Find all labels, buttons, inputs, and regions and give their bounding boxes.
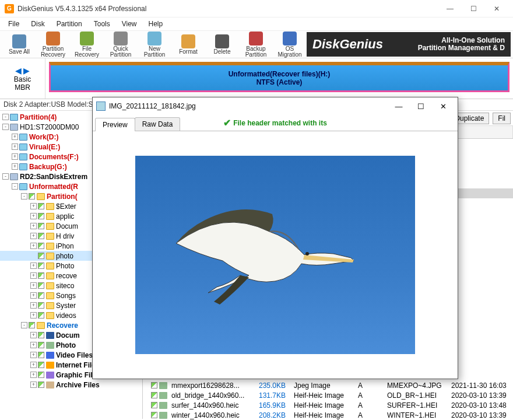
ar-icon xyxy=(46,382,54,388)
file-row[interactable]: surfer_1440x960.heic165.9KBHeif-Heic Ima… xyxy=(143,400,513,410)
tree-label: applic xyxy=(56,212,74,220)
checkbox[interactable] xyxy=(38,203,44,209)
checkbox[interactable] xyxy=(38,213,44,219)
tool-label: New Partition xyxy=(138,46,171,58)
expander-icon[interactable]: + xyxy=(30,292,37,299)
cell-time: 2021-11-30 16:03 xyxy=(449,382,509,390)
expander-icon[interactable]: + xyxy=(30,332,37,338)
checkbox[interactable] xyxy=(151,412,157,418)
checkbox[interactable] xyxy=(38,262,44,269)
expander-icon[interactable]: - xyxy=(2,114,9,120)
expander-icon[interactable]: - xyxy=(21,193,27,200)
expander-icon[interactable]: + xyxy=(30,382,37,388)
checkbox[interactable] xyxy=(38,243,44,249)
expander-icon[interactable]: + xyxy=(30,272,37,279)
checkbox[interactable] xyxy=(38,362,44,368)
checkbox[interactable] xyxy=(38,312,44,318)
menu-disk[interactable]: Disk xyxy=(26,19,49,29)
cell-type: Heif-Heic Image xyxy=(291,391,356,400)
checkbox[interactable] xyxy=(38,382,44,388)
checkbox[interactable] xyxy=(38,223,44,229)
expander-icon[interactable]: + xyxy=(30,282,37,289)
tab-raw-data[interactable]: Raw Data xyxy=(135,117,181,131)
checkbox[interactable] xyxy=(38,302,44,309)
menu-tools[interactable]: Tools xyxy=(89,19,115,29)
checkbox[interactable] xyxy=(38,253,44,259)
tool-partition-recovery[interactable]: Partition Recovery xyxy=(36,31,70,58)
file-row[interactable]: old_bridge_1440x960...131.7KBHeif-Heic I… xyxy=(143,390,513,400)
expander-icon[interactable]: + xyxy=(30,302,37,309)
checkbox[interactable] xyxy=(38,342,44,348)
expander-icon[interactable]: + xyxy=(12,134,18,140)
tool-backup-partition[interactable]: Backup Partition xyxy=(239,31,273,58)
checkbox[interactable] xyxy=(38,352,44,358)
tool-os-migration[interactable]: OS Migration xyxy=(273,31,307,58)
expander-icon[interactable]: + xyxy=(12,153,18,160)
menubar: FileDiskPartitionToolsViewHelp xyxy=(0,18,513,30)
tool-format[interactable]: Format xyxy=(171,31,205,58)
expander-icon[interactable]: + xyxy=(30,312,37,318)
expander-icon[interactable]: + xyxy=(30,372,37,378)
expander-icon[interactable]: + xyxy=(12,144,18,150)
tool-quick-partition[interactable]: Quick Partition xyxy=(104,31,138,58)
expander-icon[interactable]: + xyxy=(30,213,37,219)
expander-icon[interactable]: - xyxy=(2,124,9,130)
expander-icon[interactable]: - xyxy=(12,183,18,190)
checkbox[interactable] xyxy=(38,332,44,338)
expander-icon[interactable]: + xyxy=(30,342,37,348)
checkbox[interactable] xyxy=(29,322,35,328)
menu-partition[interactable]: Partition xyxy=(52,19,87,29)
expander-icon[interactable]: + xyxy=(30,233,37,239)
tree-label: Archive Files xyxy=(56,381,100,389)
file-row[interactable]: winter_1440x960.heic208.2KBHeif-Heic Ima… xyxy=(143,410,513,420)
tree-item[interactable]: +Archive Files xyxy=(0,380,142,390)
expander-icon[interactable]: + xyxy=(30,352,37,358)
toolbar: Save AllPartition RecoveryFile RecoveryQ… xyxy=(0,30,513,58)
minimize-button[interactable]: — xyxy=(438,0,462,18)
tab-preview[interactable]: Preview xyxy=(95,118,135,131)
expander-icon[interactable]: + xyxy=(30,223,37,229)
close-button[interactable]: ✕ xyxy=(485,0,508,18)
tool-new-partition[interactable]: New Partition xyxy=(138,31,171,58)
checkbox[interactable] xyxy=(38,372,44,378)
cell-type: Heif-Heic Image xyxy=(291,411,356,419)
maximize-button[interactable]: ☐ xyxy=(462,0,485,18)
nav-arrows-icon[interactable]: ◀ ▶ xyxy=(15,66,30,75)
image-icon xyxy=(159,382,167,389)
expander-icon[interactable]: + xyxy=(30,262,37,269)
partition-bar[interactable]: Unformatted(Recover files)(H:) NTFS (Act… xyxy=(49,62,510,92)
disk-nav[interactable]: ◀ ▶ Basic MBR xyxy=(0,58,45,99)
checkbox[interactable] xyxy=(38,282,44,289)
checkbox[interactable] xyxy=(151,392,157,398)
preview-maximize-button[interactable]: ☐ xyxy=(410,98,432,114)
expander-icon[interactable]: + xyxy=(30,243,37,249)
preview-titlebar[interactable]: IMG_20211112_181842.jpg — ☐ ✕ xyxy=(93,97,458,115)
fold-icon xyxy=(46,292,54,299)
preview-close-button[interactable]: ✕ xyxy=(432,98,454,114)
file-row[interactable]: mmexport16298628...235.0KBJpeg ImageAMME… xyxy=(143,380,513,390)
checkbox[interactable] xyxy=(151,382,157,388)
expander-icon[interactable]: - xyxy=(2,173,9,180)
tool-save-all[interactable]: Save All xyxy=(2,31,36,58)
menu-help[interactable]: Help xyxy=(144,19,168,29)
cell-type: Jpeg Image xyxy=(291,382,356,390)
filter-button[interactable]: Fil xyxy=(493,113,511,124)
tool-label: Backup Partition xyxy=(239,46,273,58)
expander-icon[interactable]: + xyxy=(30,362,37,368)
tool-delete[interactable]: Delete xyxy=(205,31,239,58)
checkbox[interactable] xyxy=(38,292,44,299)
menu-file[interactable]: File xyxy=(3,19,24,29)
checkbox[interactable] xyxy=(38,233,44,239)
checkbox[interactable] xyxy=(29,193,35,200)
checkbox[interactable] xyxy=(38,272,44,279)
menu-view[interactable]: View xyxy=(117,19,142,29)
tree-label: Video Files xyxy=(56,351,93,359)
tool-icon xyxy=(80,32,94,46)
checkbox[interactable] xyxy=(151,402,157,408)
preview-minimize-button[interactable]: — xyxy=(388,98,410,114)
expander-icon[interactable]: - xyxy=(21,322,27,328)
expander-icon[interactable]: + xyxy=(12,163,18,170)
expander-icon[interactable]: + xyxy=(30,203,37,209)
fold-icon xyxy=(46,243,54,250)
tool-file-recovery[interactable]: File Recovery xyxy=(70,31,104,58)
